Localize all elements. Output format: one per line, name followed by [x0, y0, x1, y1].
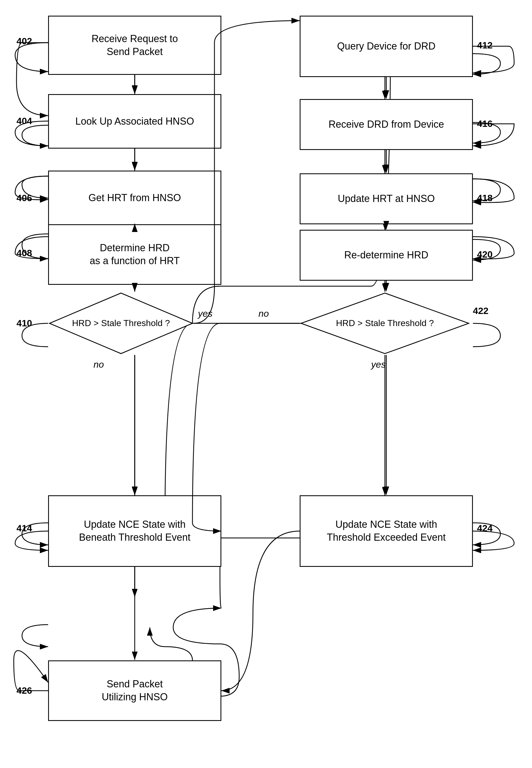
- node-404: Look Up Associated HNSO: [48, 94, 221, 148]
- node-416-label: Receive DRD from Device: [329, 118, 444, 131]
- label-410: 410: [16, 318, 32, 329]
- flow-label-yes-422: yes: [371, 359, 386, 370]
- flow-label-no-422: no: [258, 308, 269, 319]
- node-418-label: Update HRT at HNSO: [338, 193, 435, 205]
- label-424: 424: [477, 523, 493, 533]
- node-408-label: Determine HRD as a function of HRT: [90, 242, 180, 268]
- node-418: Update HRT at HNSO: [300, 173, 473, 224]
- node-408: Determine HRD as a function of HRT: [48, 224, 221, 285]
- node-414-label: Update NCE State with Beneath Threshold …: [79, 518, 191, 544]
- flow-label-yes-410: yes: [198, 308, 213, 319]
- label-402: 402: [16, 36, 32, 46]
- node-426: Send Packet Utilizing HNSO: [48, 661, 221, 721]
- diamond-410-label: HRD > Stale Threshold ?: [72, 318, 170, 329]
- node-424-label: Update NCE State with Threshold Exceeded…: [327, 518, 446, 544]
- node-412: Query Device for DRD: [300, 16, 473, 77]
- label-408: 408: [16, 248, 32, 258]
- node-406: Get HRT from HNSO: [48, 170, 221, 225]
- node-402-label: Receive Request to Send Packet: [92, 32, 178, 58]
- node-420: Re-determine HRD: [300, 230, 473, 281]
- label-420: 420: [477, 249, 493, 260]
- node-406-label: Get HRT from HNSO: [89, 191, 181, 205]
- label-406: 406: [16, 193, 32, 204]
- diamond-410: HRD > Stale Threshold ?: [48, 292, 194, 355]
- node-420-label: Re-determine HRD: [344, 249, 428, 262]
- flow-label-no-410: no: [93, 359, 104, 370]
- node-412-label: Query Device for DRD: [337, 40, 435, 53]
- label-404: 404: [16, 115, 32, 126]
- label-416: 416: [477, 118, 493, 129]
- diamond-422-label: HRD > Stale Threshold ?: [336, 318, 434, 329]
- label-426: 426: [16, 685, 32, 696]
- label-422: 422: [473, 306, 489, 316]
- label-418: 418: [477, 193, 493, 204]
- node-402: Receive Request to Send Packet: [48, 16, 221, 75]
- node-404-label: Look Up Associated HNSO: [75, 115, 194, 128]
- flowchart-diagram: Receive Request to Send Packet 402 Look …: [0, 0, 532, 768]
- label-412: 412: [477, 40, 493, 51]
- node-416: Receive DRD from Device: [300, 99, 473, 150]
- node-424: Update NCE State with Threshold Exceeded…: [300, 495, 473, 567]
- node-426-label: Send Packet Utilizing HNSO: [102, 678, 168, 704]
- label-414: 414: [16, 523, 32, 533]
- node-414: Update NCE State with Beneath Threshold …: [48, 495, 221, 567]
- diamond-422: HRD > Stale Threshold ?: [300, 292, 470, 355]
